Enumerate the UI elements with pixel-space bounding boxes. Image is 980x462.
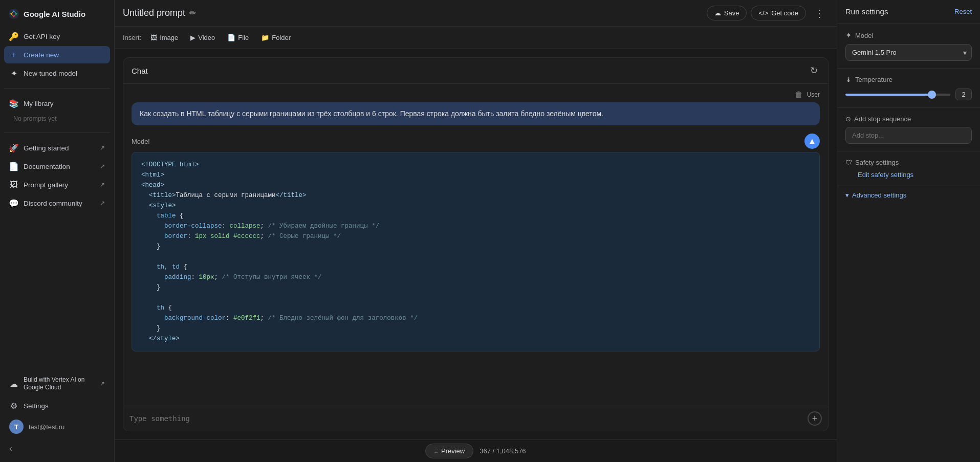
more-options-button[interactable]: ⋮ <box>810 5 829 21</box>
sidebar-item-prompt-gallery[interactable]: 🖼 Prompt gallery ↗ <box>4 176 110 193</box>
image-icon: 🖼 <box>150 34 157 41</box>
stop-sequence-section: ⊙ Add stop sequence <box>837 108 980 151</box>
model-label: Model <box>132 138 800 145</box>
run-settings-title: Run settings <box>845 7 888 16</box>
insert-file-button[interactable]: 📄 File <box>222 31 254 44</box>
sidebar-bottom: ☁ Build with Vertex AI on Google Cloud ↗… <box>0 368 114 462</box>
preview-icon: ≡ <box>434 447 438 455</box>
sidebar-item-api-key[interactable]: 🔑 Get API key <box>4 28 110 45</box>
getting-started-icon: 🚀 <box>9 143 18 152</box>
user-label: User <box>807 91 820 98</box>
insert-video-button[interactable]: ▶ Video <box>185 31 220 44</box>
preview-label: Preview <box>441 447 465 455</box>
insert-label: Insert: <box>123 34 141 41</box>
safety-section: 🛡 Safety settings Edit safety settings <box>837 151 980 186</box>
chat-container: Chat ↻ 🗑 User Как создать в HTML таблицу… <box>123 57 829 431</box>
safety-label-text: Safety settings <box>855 159 899 166</box>
add-attachment-button[interactable]: + <box>808 411 822 426</box>
main-content: Untitled prompt ✏ ☁ Save </> Get code ⋮ … <box>115 0 837 462</box>
settings-icon: ⚙ <box>9 401 18 410</box>
edit-safety-link[interactable]: Edit safety settings <box>858 171 913 179</box>
temperature-text: Temperature <box>855 76 892 83</box>
vertex-icon: ☁ <box>9 379 18 388</box>
sidebar-collapse-button[interactable]: ‹ <box>4 439 110 458</box>
model-select-wrapper: Gemini 1.5 Pro Gemini 1.5 Flash Gemini 1… <box>845 44 972 61</box>
model-section: ✦ Model Gemini 1.5 Pro Gemini 1.5 Flash … <box>837 24 980 69</box>
my-library-label: My library <box>24 100 54 107</box>
get-code-button[interactable]: </> Get code <box>751 6 806 20</box>
sidebar-top-section: 🔑 Get API key ＋ Create new ✦ New tuned m… <box>0 26 114 84</box>
send-message-button[interactable]: ▲ <box>804 134 820 149</box>
temperature-label: 🌡 Temperature <box>845 76 972 83</box>
insert-folder-button[interactable]: 📁 Folder <box>256 31 296 44</box>
user-message-label: 🗑 User <box>132 90 820 99</box>
build-vertex-label: Build with Vertex AI on Google Cloud <box>24 376 95 392</box>
topbar-actions: ☁ Save </> Get code ⋮ <box>707 5 829 21</box>
save-button[interactable]: ☁ Save <box>707 6 747 20</box>
advanced-toggle-icon: ▾ <box>845 191 849 199</box>
temperature-slider[interactable] <box>845 94 950 96</box>
user-message-bubble: Как создать в HTML таблицу с серыми гран… <box>132 102 820 125</box>
prompt-gallery-icon: 🖼 <box>9 180 18 189</box>
sidebar-item-settings[interactable]: ⚙ Settings <box>4 397 110 414</box>
video-icon: ▶ <box>190 34 195 41</box>
chat-wrapper: Chat ↻ 🗑 User Как создать в HTML таблицу… <box>115 49 837 439</box>
sidebar-user-area[interactable]: T test@test.ru <box>4 415 110 438</box>
file-label: File <box>238 34 249 41</box>
chat-refresh-button[interactable]: ↻ <box>808 63 820 78</box>
advanced-settings-toggle[interactable]: ▾ Advanced settings <box>837 186 980 204</box>
temperature-value: 2 <box>955 89 972 100</box>
google-ai-studio-logo-icon <box>8 8 19 19</box>
api-key-icon: 🔑 <box>9 32 18 41</box>
chat-header: Chat ↻ <box>123 58 828 84</box>
model-label: Model <box>855 32 873 39</box>
chat-messages: 🗑 User Как создать в HTML таблицу с серы… <box>123 84 828 406</box>
temperature-slider-row: 2 <box>845 89 972 100</box>
topbar: Untitled prompt ✏ ☁ Save </> Get code ⋮ <box>115 0 837 27</box>
user-message-block: 🗑 User Как создать в HTML таблицу с серы… <box>132 90 820 125</box>
safety-label: 🛡 Safety settings <box>845 159 972 166</box>
image-label: Image <box>160 34 178 41</box>
sidebar-item-my-library[interactable]: 📚 My library <box>4 95 110 112</box>
delete-message-icon[interactable]: 🗑 <box>795 90 803 99</box>
sidebar-item-documentation[interactable]: 📄 Documentation ↗ <box>4 158 110 175</box>
sidebar-item-discord[interactable]: 💬 Discord community ↗ <box>4 194 110 212</box>
external-link-icon-2: ↗ <box>100 163 105 170</box>
app-logo: Google AI Studio <box>0 0 114 26</box>
code-icon: </> <box>758 9 768 17</box>
avatar: T <box>9 420 24 434</box>
collapse-icon: ‹ <box>9 443 12 454</box>
preview-button[interactable]: ≡ Preview <box>425 444 473 458</box>
documentation-icon: 📄 <box>9 162 18 171</box>
sidebar-library-section: 📚 My library No prompts yet <box>0 93 114 128</box>
bottom-bar: ≡ Preview 367 / 1,048,576 <box>115 439 837 462</box>
prompt-gallery-label: Prompt gallery <box>24 181 68 189</box>
folder-icon: 📁 <box>261 34 269 41</box>
save-label: Save <box>724 9 739 17</box>
safety-icon: 🛡 <box>845 159 852 166</box>
temperature-icon: 🌡 <box>845 76 852 83</box>
folder-label: Folder <box>272 34 291 41</box>
model-message-block: Model ▲ <!DOCTYPE html> <html> <head> <t… <box>132 134 820 351</box>
insert-bar: Insert: 🖼 Image ▶ Video 📄 File 📁 Folder <box>115 27 837 49</box>
model-code-block: <!DOCTYPE html> <html> <head> <title>Таб… <box>132 152 820 351</box>
sidebar-item-getting-started[interactable]: 🚀 Getting started ↗ <box>4 139 110 157</box>
sidebar-links-section: 🚀 Getting started ↗ 📄 Documentation ↗ 🖼 … <box>0 137 114 214</box>
stop-sequence-input[interactable] <box>845 127 972 144</box>
external-link-icon-5: ↗ <box>100 380 105 387</box>
get-code-label: Get code <box>771 9 798 17</box>
video-label: Video <box>198 34 215 41</box>
sidebar-item-new-tuned-model[interactable]: ✦ New tuned model <box>4 64 110 82</box>
chat-input[interactable] <box>129 414 803 423</box>
page-title-area: Untitled prompt ✏ <box>123 8 703 18</box>
insert-image-button[interactable]: 🖼 Image <box>145 31 183 44</box>
model-icon: ✦ <box>845 31 852 40</box>
sidebar-item-create-new[interactable]: ＋ Create new <box>4 46 110 63</box>
getting-started-label: Getting started <box>24 144 69 152</box>
reset-button[interactable]: Reset <box>954 8 972 15</box>
app-name-label: Google AI Studio <box>24 10 85 18</box>
sidebar-item-build-vertex[interactable]: ☁ Build with Vertex AI on Google Cloud ↗ <box>4 372 110 396</box>
model-select[interactable]: Gemini 1.5 Pro Gemini 1.5 Flash Gemini 1… <box>845 44 972 61</box>
documentation-label: Documentation <box>24 163 70 170</box>
edit-title-icon[interactable]: ✏ <box>189 8 196 18</box>
